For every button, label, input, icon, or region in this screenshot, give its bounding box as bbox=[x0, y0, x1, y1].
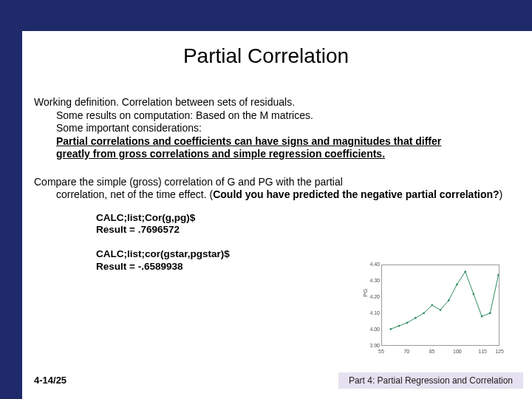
compare-line2a: correlation, net of the time effect. ( bbox=[56, 188, 213, 200]
compare-line1: Compare the simple (gross) correlation o… bbox=[34, 176, 507, 189]
chart-pg-vs-x: PG 3.904.004.104.204.304.40 557085100115… bbox=[361, 260, 508, 364]
chart-xtick: 125 bbox=[492, 349, 507, 354]
line-emphasis: Partial correlations and coefficients ca… bbox=[56, 135, 477, 161]
svg-rect-8 bbox=[456, 284, 457, 285]
chart-ytick: 4.40 bbox=[365, 262, 380, 267]
svg-rect-10 bbox=[473, 293, 474, 295]
slide-title: Partial Correlation bbox=[0, 44, 532, 68]
chart-ytick: 3.90 bbox=[365, 343, 380, 348]
chart-xtick: 100 bbox=[450, 349, 465, 354]
line-considerations: Some important considerations: bbox=[56, 122, 507, 135]
page-number: 4-14/25 bbox=[34, 375, 66, 386]
chart-svg bbox=[382, 265, 499, 345]
svg-rect-1 bbox=[398, 325, 400, 327]
line-working-definition: Working definition. Correlation between … bbox=[34, 96, 507, 109]
svg-rect-2 bbox=[406, 322, 408, 324]
chart-xtick: 85 bbox=[425, 349, 440, 354]
calc2-cmd: CALC;list;cor(gstar,pgstar)$ bbox=[96, 248, 507, 261]
svg-rect-13 bbox=[497, 274, 499, 276]
footer-part-label: Part 4: Partial Regression and Correlati… bbox=[338, 372, 523, 389]
svg-rect-4 bbox=[423, 313, 424, 314]
calc1-result: Result = .7696572 bbox=[96, 224, 507, 236]
chart-xtick: 70 bbox=[399, 349, 414, 354]
svg-rect-7 bbox=[448, 299, 449, 301]
compare-question: Could you have predicted the negative pa… bbox=[213, 188, 499, 200]
chart-ytick: 4.20 bbox=[365, 294, 380, 299]
compare-line2: correlation, net of the time effect. (Co… bbox=[56, 188, 507, 202]
compare-line2c: ) bbox=[499, 188, 503, 200]
chart-plot-area bbox=[381, 265, 499, 346]
svg-rect-12 bbox=[489, 313, 491, 314]
paragraph-compare: Compare the simple (gross) correlation o… bbox=[34, 176, 507, 202]
svg-rect-11 bbox=[481, 316, 482, 317]
svg-rect-0 bbox=[389, 328, 391, 330]
svg-rect-6 bbox=[440, 309, 441, 310]
header-bar bbox=[0, 0, 532, 31]
calc1-cmd: CALC;list;Cor(g,pg)$ bbox=[96, 212, 507, 225]
slide-body: Working definition. Correlation between … bbox=[34, 96, 507, 273]
chart-ytick: 4.10 bbox=[365, 310, 380, 316]
line-computation: Some results on computation: Based on th… bbox=[56, 109, 507, 123]
svg-rect-5 bbox=[432, 304, 433, 306]
chart-ytick: 4.00 bbox=[365, 327, 380, 332]
chart-ytick: 4.30 bbox=[365, 278, 380, 283]
calc-block-1: CALC;list;Cor(g,pg)$ Result = .7696572 bbox=[96, 212, 507, 237]
paragraph-definition: Working definition. Correlation between … bbox=[34, 96, 507, 161]
svg-rect-3 bbox=[415, 317, 416, 318]
chart-xtick: 115 bbox=[475, 349, 490, 354]
svg-rect-9 bbox=[464, 270, 466, 272]
chart-xtick: 55 bbox=[374, 349, 389, 354]
